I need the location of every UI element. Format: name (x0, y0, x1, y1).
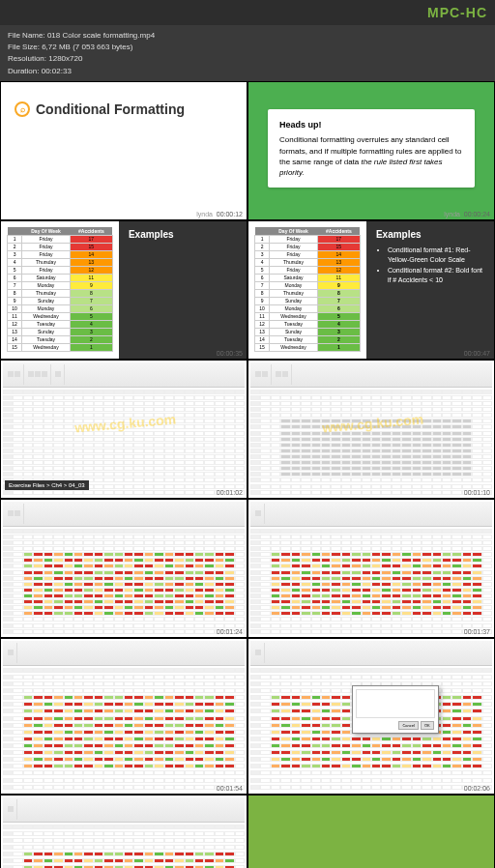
file-name-label: File Name: (8, 31, 45, 40)
file-size-value: 6,72 MB (7 053 663 bytes) (42, 43, 132, 51)
excel-ribbon[interactable] (250, 641, 492, 666)
thumb-8[interactable]: 00:01:37 (248, 500, 494, 637)
app-title: MPC-HC (427, 5, 487, 20)
example-table-wrap: Day Of Week#Accidents1Friday172Friday153… (1, 221, 119, 359)
timestamp: 00:00:35 (217, 350, 243, 357)
worksheet-heatmap[interactable] (3, 668, 245, 792)
file-name-value: 018 Color scale formatting.mp4 (47, 31, 155, 40)
example-bullets-panel: Examples Conditional format #1: Red-Yell… (366, 221, 494, 359)
worksheet[interactable] (250, 390, 492, 496)
example-table-wrap: Day Of Week#Accidents1Friday172Friday153… (248, 221, 366, 359)
example-title-panel: Examples (119, 221, 247, 359)
thumb-12[interactable]: lynda 00:02:21 (248, 796, 494, 868)
thumb-9[interactable]: 00:01:54 (1, 639, 247, 794)
thumb-6[interactable]: www.cg.ku.com 00:01:10 (248, 361, 494, 498)
dialog-content (356, 689, 435, 718)
thumb-5[interactable]: Exercise Files > Ch4 > 04_03 www.cg.ku.c… (1, 361, 247, 498)
thumb-1[interactable]: ⌕ Conditional Formatting lynda 00:00:12 (1, 82, 247, 219)
thumb-4[interactable]: Day Of Week#Accidents1Friday172Friday153… (248, 221, 494, 359)
thumbnail-grid: ⌕ Conditional Formatting lynda 00:00:12 … (0, 81, 495, 868)
bullet-list: Conditional format #1: Red-Yellow-Green … (388, 246, 484, 286)
excel-ribbon[interactable] (250, 502, 492, 527)
file-res-label: Resolution: (8, 54, 46, 63)
timestamp: 00:01:37 (464, 628, 490, 635)
callout-body: Conditional formatting overrules any sta… (279, 134, 463, 178)
callout-card: Heads up! Conditional formatting overrul… (268, 109, 475, 188)
worksheet-heatmap[interactable] (3, 529, 245, 635)
timestamp: 00:01:10 (464, 489, 490, 496)
excel-ribbon[interactable] (3, 797, 245, 823)
example-table: Day Of Week#Accidents1Friday172Friday153… (7, 227, 113, 352)
thumb-10[interactable]: OK Cancel 00:02:06 (248, 639, 494, 794)
file-dur-value: 00:02:33 (42, 67, 72, 75)
example-table: Day Of Week#Accidents1Friday172Friday153… (254, 227, 361, 352)
thumb-11[interactable]: 00:02:09 (1, 796, 247, 868)
callout-heading: Heads up! (279, 119, 463, 131)
timestamp: 00:00:47 (464, 350, 490, 357)
magnifier-icon: ⌕ (15, 101, 30, 117)
excel-ribbon[interactable] (3, 641, 245, 666)
file-info-panel: File Name: 018 Color scale formatting.mp… (0, 25, 495, 81)
excel-ribbon[interactable] (3, 362, 245, 388)
excel-ribbon[interactable] (250, 362, 492, 388)
examples-heading: Examples (376, 229, 484, 240)
thumb-2[interactable]: Heads up! Conditional formatting overrul… (248, 82, 494, 219)
brand-label: lynda (444, 211, 460, 217)
worksheet-heatmap[interactable] (250, 529, 492, 635)
app-title-bar: MPC-HC (0, 0, 495, 25)
cancel-button[interactable]: Cancel (398, 721, 418, 730)
timestamp: 00:00:12 (217, 211, 243, 217)
timestamp: 00:01:24 (217, 628, 243, 635)
thumb-7[interactable]: 00:01:24 (1, 500, 247, 637)
timestamp: 00:01:02 (217, 489, 243, 496)
examples-heading: Examples (129, 229, 237, 240)
ok-button[interactable]: OK (421, 721, 434, 730)
file-size-label: File Size: (8, 43, 40, 51)
excel-ribbon[interactable] (3, 502, 245, 527)
timestamp: 00:00:24 (464, 211, 490, 217)
breadcrumb: Exercise Files > Ch4 > 04_03 (5, 480, 89, 490)
timestamp: 00:01:54 (217, 785, 243, 792)
file-res-value: 1280x720 (48, 54, 82, 63)
timestamp: 00:02:06 (464, 785, 490, 792)
slide1-title: ⌕ Conditional Formatting (15, 101, 233, 117)
file-dur-label: Duration: (8, 67, 39, 75)
brand-label: lynda (196, 211, 213, 217)
thumb-3[interactable]: Day Of Week#Accidents1Friday172Friday153… (1, 221, 247, 359)
worksheet-heatmap[interactable] (3, 825, 245, 868)
format-dialog[interactable]: OK Cancel (352, 685, 439, 734)
